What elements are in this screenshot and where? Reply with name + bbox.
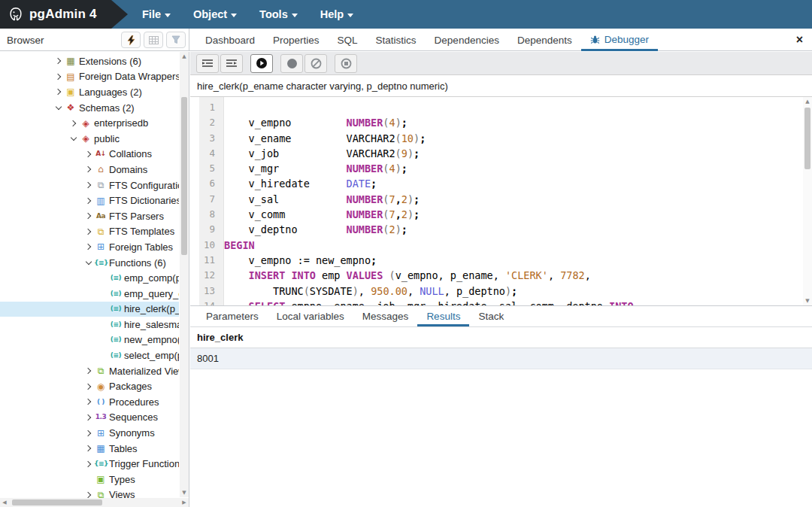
toggle-breakpoint-button[interactable] <box>280 54 303 73</box>
line-number[interactable]: 14 <box>190 299 224 305</box>
chevron-right-icon[interactable] <box>68 117 79 129</box>
editor-vertical-scrollbar[interactable]: ▲ ▼ <box>803 97 812 305</box>
line-number[interactable]: 3 <box>190 131 224 146</box>
tab-properties[interactable]: Properties <box>264 29 329 51</box>
line-number[interactable]: 2 <box>190 115 224 130</box>
tree-item-schemas-2[interactable]: ❖Schemas (2) <box>0 100 179 116</box>
chevron-right-icon[interactable] <box>83 427 94 439</box>
code-editor[interactable]: 12 v_empno NUMBER(4);3 v_ename VARCHAR2(… <box>190 97 812 305</box>
scroll-up-arrow-icon[interactable]: ▲ <box>803 97 812 106</box>
results-data-row[interactable]: 8001 <box>190 348 812 369</box>
chevron-right-icon[interactable] <box>83 195 94 206</box>
tree-item-public[interactable]: ◈public <box>0 131 179 147</box>
quick-search-button[interactable] <box>121 32 141 48</box>
tree-item-fts-dictionaries[interactable]: ▥FTS Dictionaries <box>0 193 179 208</box>
bottom-tab-stack[interactable]: Stack <box>469 307 513 326</box>
chevron-right-icon[interactable] <box>83 366 94 377</box>
tree-item-fts-templates[interactable]: ⧉FTS Templates <box>0 224 179 240</box>
menu-object[interactable]: Object <box>185 2 245 26</box>
chevron-right-icon[interactable] <box>83 443 94 454</box>
close-panel-icon[interactable]: × <box>796 34 803 46</box>
tab-dashboard[interactable]: Dashboard <box>196 29 264 51</box>
tree-item-functions-6[interactable]: {≡}Functions (6) <box>0 255 179 271</box>
tab-dependencies[interactable]: Dependencies <box>426 29 508 51</box>
tab-statistics[interactable]: Statistics <box>367 29 426 51</box>
tab-dependents[interactable]: Dependents <box>508 29 581 51</box>
bottom-tab-parameters[interactable]: Parameters <box>197 307 268 326</box>
menu-tools[interactable]: Tools <box>251 2 306 26</box>
line-number[interactable]: 6 <box>190 176 224 191</box>
tree-item-foreign-tables[interactable]: ⊞Foreign Tables <box>0 239 179 255</box>
editor-vscroll-thumb[interactable] <box>804 108 810 169</box>
filter-button[interactable] <box>166 32 186 48</box>
scroll-right-arrow-icon[interactable]: ▶ <box>180 498 189 507</box>
scroll-down-arrow-icon[interactable]: ▼ <box>180 488 189 497</box>
tree-item-fts-configurations[interactable]: ⧉FTS Configurations <box>0 178 179 193</box>
tree-item-materialized-views[interactable]: ⧉Materialized Views <box>0 363 179 379</box>
line-number[interactable]: 4 <box>190 146 224 161</box>
bottom-tab-local-variables[interactable]: Local variables <box>268 307 353 326</box>
line-number[interactable]: 13 <box>190 284 224 299</box>
tree-item-emp-comp-p-s[interactable]: (≡)emp_comp(p_s <box>0 270 179 286</box>
continue-button[interactable] <box>250 54 273 73</box>
tree-item-types[interactable]: ▣Types <box>0 472 179 487</box>
tree-item-enterprisedb[interactable]: ◈enterprisedb <box>0 115 179 131</box>
line-number[interactable]: 11 <box>190 253 224 268</box>
chevron-right-icon[interactable] <box>83 381 94 392</box>
tree-vscroll-thumb[interactable] <box>181 97 187 255</box>
tree-item-domains[interactable]: ⌂Domains <box>0 162 179 178</box>
chevron-right-icon[interactable] <box>83 226 94 237</box>
tree-item-synonyms[interactable]: ⊞Synonyms <box>0 425 179 441</box>
chevron-right-icon[interactable] <box>83 148 94 159</box>
tree-item-collations[interactable]: A↓Collations <box>0 147 179 162</box>
chevron-down-icon[interactable] <box>53 102 64 114</box>
chevron-right-icon[interactable] <box>83 180 94 191</box>
tree-item-sequences[interactable]: 1.3Sequences <box>0 410 179 426</box>
chevron-right-icon[interactable] <box>83 411 94 423</box>
chevron-right-icon[interactable] <box>53 56 64 67</box>
tab-debugger[interactable]: Debugger <box>581 29 658 51</box>
chevron-right-icon[interactable] <box>83 396 94 408</box>
tree-item-languages-2[interactable]: ▣Languages (2) <box>0 84 179 100</box>
chevron-down-icon[interactable] <box>83 257 94 269</box>
tree-horizontal-scrollbar[interactable]: ◀ ▶ <box>0 498 189 507</box>
line-number[interactable]: 7 <box>190 192 224 207</box>
tree-item-new-empno[interactable]: (≡)new_empno() <box>0 332 179 348</box>
tree-hscroll-thumb[interactable] <box>12 499 102 505</box>
chevron-down-icon[interactable] <box>68 133 79 144</box>
menu-help[interactable]: Help <box>312 2 362 26</box>
scroll-down-arrow-icon[interactable]: ▼ <box>803 296 812 305</box>
bottom-tab-messages[interactable]: Messages <box>353 307 418 326</box>
line-number[interactable]: 5 <box>190 161 224 176</box>
tree-item-procedures[interactable]: ( )Procedures <box>0 394 179 410</box>
line-number[interactable]: 12 <box>190 268 224 283</box>
chevron-right-icon[interactable] <box>83 211 94 222</box>
menu-file[interactable]: File <box>134 2 179 26</box>
step-over-button[interactable] <box>220 54 243 73</box>
tree-item-select-emp-p-e[interactable]: (≡)select_emp(p_e <box>0 348 179 363</box>
chevron-right-icon[interactable] <box>53 71 64 82</box>
tree-vertical-scrollbar[interactable]: ▲ ▼ <box>180 52 189 497</box>
line-number[interactable]: 1 <box>190 100 224 115</box>
tree-item-extensions-6[interactable]: ▦Extensions (6) <box>0 53 179 69</box>
tree-item-fts-parsers[interactable]: AaFTS Parsers <box>0 208 179 224</box>
scroll-left-arrow-icon[interactable]: ◀ <box>0 498 9 507</box>
tree-item-trigger-functions[interactable]: {≡}Trigger Functions <box>0 456 179 472</box>
clear-all-breakpoints-button[interactable] <box>304 54 327 73</box>
line-number[interactable]: 10 <box>190 238 224 253</box>
tree-item-foreign-data-wrappers-2[interactable]: ▤Foreign Data Wrappers (2) <box>0 69 179 85</box>
scroll-up-arrow-icon[interactable]: ▲ <box>180 52 189 61</box>
tab-sql[interactable]: SQL <box>329 29 367 51</box>
chevron-right-icon[interactable] <box>53 87 64 98</box>
step-into-button[interactable] <box>196 54 219 73</box>
chevron-right-icon[interactable] <box>83 458 94 469</box>
chevron-right-icon[interactable] <box>83 164 94 175</box>
tree-item-tables[interactable]: ▦Tables <box>0 441 179 457</box>
chevron-right-icon[interactable] <box>83 241 94 253</box>
stop-button[interactable] <box>335 54 357 73</box>
line-number[interactable]: 8 <box>190 207 224 222</box>
tree-item-hire-salesman[interactable]: (≡)hire_salesman( <box>0 317 179 332</box>
bottom-tab-results[interactable]: Results <box>417 307 469 326</box>
dependencies-grid-button[interactable] <box>144 32 163 48</box>
tree-item-packages[interactable]: ◉Packages <box>0 378 179 394</box>
